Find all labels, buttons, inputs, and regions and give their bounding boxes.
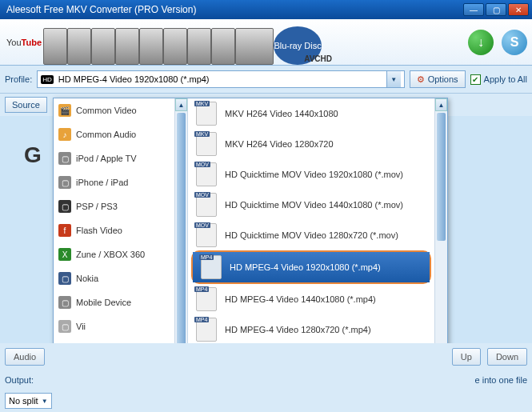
apply-to-all-checkbox[interactable]: ✔ Apply to All — [470, 74, 527, 85]
category-item[interactable]: ▢PSP / PS3 — [54, 194, 174, 218]
device-icon — [211, 28, 235, 65]
category-label: iPhone / iPad — [76, 178, 128, 187]
category-item[interactable]: XZune / XBOX 360 — [54, 242, 174, 266]
format-label: HD MPEG-4 Video 1920x1080 (*.mp4) — [230, 262, 381, 272]
chevron-down-icon: ▼ — [42, 398, 48, 405]
category-icon: ▢ — [58, 200, 71, 213]
device-icons-strip: Blu-ray Disc — [43, 19, 468, 65]
down-button[interactable]: Down — [487, 348, 527, 366]
format-label: HD Quicktime MOV Video 1280x720 (*.mov) — [225, 230, 398, 240]
category-label: Common Video — [76, 106, 137, 115]
avchd-label: AVCHD — [304, 54, 332, 63]
download-button[interactable]: ↓ — [468, 30, 494, 55]
format-file-icon — [196, 162, 217, 186]
category-item[interactable]: ▢iPod / Apple TV — [54, 146, 174, 170]
category-label: iPod / Apple TV — [76, 154, 137, 163]
format-item[interactable]: MKV H264 Video 1280x720 — [188, 129, 434, 159]
category-label: PSP / PS3 — [76, 202, 118, 211]
category-icon: ▢ — [58, 296, 71, 309]
category-item[interactable]: ▢iPhone / iPad — [54, 170, 174, 194]
format-file-icon — [196, 287, 217, 311]
profile-label: Profile: — [5, 74, 32, 84]
category-icon: ▢ — [58, 176, 71, 189]
category-item[interactable]: ▢Nokia — [54, 266, 174, 290]
youtube-logo: YouTube — [5, 38, 43, 47]
close-button[interactable]: ✕ — [508, 3, 529, 16]
scroll-up-icon[interactable]: ▲ — [175, 98, 187, 111]
format-item[interactable]: HD Quicktime MOV Video 1440x1080 (*.mov) — [188, 190, 434, 220]
category-icon: f — [58, 224, 71, 237]
output-label: Output: — [5, 375, 34, 385]
gear-icon: ⚙ — [417, 74, 425, 85]
output-row: Output: e into one file — [0, 370, 532, 390]
split-row: No split ▼ — [0, 390, 532, 412]
category-icon: X — [58, 248, 71, 261]
category-item[interactable]: ▢Mobile Device — [54, 290, 174, 314]
format-item[interactable]: MKV H264 Video 1440x1080 — [188, 98, 434, 129]
device-icon — [139, 28, 163, 65]
format-file-icon — [196, 132, 217, 156]
window-title: Aleesoft Free MKV Converter (PRO Version… — [3, 4, 463, 15]
category-label: Nokia — [76, 274, 98, 283]
header-toolbar: YouTube Blu-ray Disc AVCHD ↓ S — [0, 19, 532, 66]
source-button[interactable]: Source — [5, 97, 47, 113]
format-item[interactable]: HD Quicktime MOV Video 1920x1080 (*.mov) — [188, 159, 434, 190]
device-icon — [163, 28, 187, 65]
format-file-icon — [196, 318, 217, 342]
category-item[interactable]: fFlash Video — [54, 218, 174, 242]
category-icon: ▢ — [58, 320, 71, 333]
profile-combobox[interactable]: HD HD MPEG-4 Video 1920x1080 (*.mp4) ▼ — [37, 70, 404, 88]
split-select[interactable]: No split ▼ — [5, 393, 52, 409]
category-item[interactable]: ▢Vii — [54, 314, 174, 338]
background-letter: G — [24, 142, 42, 168]
options-button[interactable]: ⚙ Options — [410, 70, 466, 88]
check-icon: ✔ — [470, 74, 481, 85]
hd-badge-icon: HD — [41, 75, 54, 84]
format-label: HD MPEG-4 Video 1280x720 (*.mp4) — [225, 325, 371, 334]
format-item[interactable]: HD MPEG-4 Video 1440x1080 (*.mp4) — [188, 284, 434, 314]
scroll-up-icon[interactable]: ▲ — [435, 98, 447, 111]
settings-button[interactable]: S — [502, 30, 527, 55]
merge-text-fragment: e into one file — [475, 375, 527, 385]
bottom-area: Audio Up Down Output: e into one file No… — [0, 343, 532, 412]
format-label: MKV H264 Video 1440x1080 — [225, 109, 338, 118]
format-item[interactable]: HD Quicktime MOV Video 1280x720 (*.mov) — [188, 220, 434, 250]
device-icon — [187, 28, 211, 65]
device-icon — [67, 28, 91, 65]
category-label: Zune / XBOX 360 — [76, 250, 145, 259]
format-file-icon — [196, 102, 217, 126]
format-label: HD Quicktime MOV Video 1920x1080 (*.mov) — [225, 170, 403, 179]
minimize-button[interactable]: — — [463, 3, 484, 16]
profile-selected-text: HD MPEG-4 Video 1920x1080 (*.mp4) — [58, 74, 382, 84]
scrollbar-thumb[interactable] — [177, 113, 186, 353]
category-label: Mobile Device — [76, 298, 131, 307]
category-label: Common Audio — [76, 130, 136, 139]
profile-row: Profile: HD HD MPEG-4 Video 1920x1080 (*… — [0, 66, 532, 94]
category-label: Vii — [76, 322, 86, 331]
profile-dropdown-arrow[interactable]: ▼ — [386, 71, 401, 87]
format-label: MKV H264 Video 1280x720 — [225, 139, 334, 149]
category-item[interactable]: ♪Common Audio — [54, 122, 174, 146]
device-icon — [43, 28, 67, 65]
format-file-icon — [196, 193, 217, 217]
device-icon — [115, 28, 139, 65]
titlebar: Aleesoft Free MKV Converter (PRO Version… — [0, 0, 532, 19]
category-icon: ▢ — [58, 152, 71, 165]
category-icon: ♪ — [58, 128, 71, 141]
device-icon — [91, 28, 115, 65]
window-controls: — ▢ ✕ — [463, 3, 529, 16]
maximize-button[interactable]: ▢ — [486, 3, 506, 16]
format-file-icon — [201, 255, 222, 279]
device-icon — [235, 28, 274, 65]
format-label: HD MPEG-4 Video 1440x1080 (*.mp4) — [225, 294, 376, 304]
category-icon: ▢ — [58, 272, 71, 285]
audio-button[interactable]: Audio — [5, 348, 45, 366]
up-button[interactable]: Up — [452, 348, 481, 366]
category-icon: 🎬 — [58, 104, 71, 117]
scrollbar-thumb[interactable] — [437, 113, 446, 241]
category-item[interactable]: 🎬Common Video — [54, 98, 174, 122]
format-label: HD Quicktime MOV Video 1440x1080 (*.mov) — [225, 200, 403, 210]
format-item[interactable]: HD MPEG-4 Video 1920x1080 (*.mp4) — [193, 252, 430, 282]
format-item[interactable]: HD MPEG-4 Video 1280x720 (*.mp4) — [188, 314, 434, 345]
button-row: Audio Up Down — [0, 343, 532, 370]
